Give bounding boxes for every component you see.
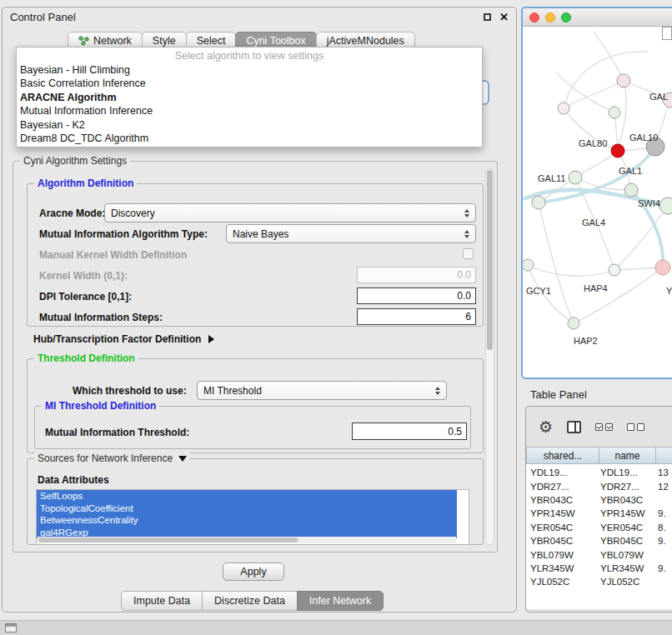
close-traffic-light[interactable]: [529, 12, 539, 22]
cell: YDL19...: [526, 468, 599, 478]
mi-threshold-definition-group: MI Threshold Definition Mutual Informati…: [34, 406, 471, 449]
cell: 13: [655, 468, 672, 478]
dpi-tolerance-field[interactable]: [357, 288, 476, 304]
aracne-mode-label: Aracne Mode:: [39, 208, 105, 219]
table-row[interactable]: YJL052CYJL052C: [526, 575, 672, 588]
zoom-traffic-light[interactable]: [561, 12, 571, 22]
list-horizontal-scrollbar[interactable]: [38, 537, 456, 543]
control-panel-window: Control Panel ✕ Network Style Select Cyn…: [2, 7, 517, 612]
network-node[interactable]: [617, 74, 630, 88]
table-row[interactable]: YDR27...YDR27...12: [526, 479, 672, 492]
tab-discretize-data[interactable]: Discretize Data: [202, 591, 298, 611]
cell: YPR145W: [526, 508, 599, 518]
node-label: GAL1: [619, 166, 642, 176]
list-item[interactable]: BetweennessCentrality: [37, 514, 457, 527]
column-browse-icon[interactable]: [567, 421, 581, 433]
data-attributes-list[interactable]: SelfLoops TopologicalCoefficient Between…: [36, 489, 469, 545]
cell: YBL079W: [526, 550, 599, 560]
network-node[interactable]: [568, 318, 579, 329]
network-node[interactable]: [624, 183, 638, 197]
network-canvas[interactable]: GAL GAL80 GAL10 GAL11 GAL1 SWI4 GAL4 GCY…: [523, 27, 672, 378]
group-title: MI Threshold Definition: [42, 400, 159, 412]
network-node[interactable]: [523, 259, 534, 271]
network-icon: [78, 36, 89, 46]
algorithm-menu-item[interactable]: Bayesian - K2: [17, 118, 482, 132]
network-node[interactable]: [569, 171, 582, 184]
node-label: GAL80: [579, 138, 607, 148]
mi-steps-label: Mutual Information Steps:: [39, 312, 163, 323]
cell: YDL19...: [599, 468, 655, 478]
list-item[interactable]: TopologicalCoefficient: [37, 502, 457, 515]
table-row[interactable]: YBL079WYBL079W: [526, 548, 672, 561]
node-label: HAP2: [574, 336, 598, 346]
cell: 9.: [655, 508, 672, 518]
sources-title: Sources for Network Inference: [38, 452, 173, 464]
manual-kernel-checkbox[interactable]: [463, 248, 474, 259]
apply-button[interactable]: Apply: [223, 562, 284, 581]
close-icon[interactable]: ✕: [499, 12, 509, 22]
mi-type-combobox[interactable]: Naive Bayes: [226, 224, 476, 243]
network-node[interactable]: [532, 196, 545, 209]
table-row[interactable]: YBR043CYBR043C: [526, 493, 672, 507]
algorithm-menu-item[interactable]: Mutual Information Inference: [17, 104, 482, 118]
cell: 8.: [655, 522, 672, 532]
scrollbar-thumb[interactable]: [487, 170, 493, 350]
table-row[interactable]: YLR345WYLR345W9.: [526, 562, 672, 575]
combo-arrows-icon: [431, 387, 444, 395]
table-row[interactable]: YDL19...YDL19...13: [526, 466, 672, 479]
table-row[interactable]: YBR045CYBR045C9.: [526, 534, 672, 548]
network-node[interactable]: [659, 198, 672, 214]
select-all-checks-icon[interactable]: [595, 423, 613, 431]
group-title: Threshold Definition: [34, 352, 138, 364]
float-window-icon[interactable]: [484, 13, 491, 21]
settings-scrollbar[interactable]: [485, 168, 494, 545]
algorithm-menu-item[interactable]: Dream8 DC_TDC Algorithm: [17, 132, 482, 146]
column-header-partial[interactable]: [655, 447, 672, 464]
sources-title-toggle[interactable]: Sources for Network Inference: [34, 452, 190, 464]
kernel-width-label: Kernel Width (0,1):: [39, 270, 128, 282]
collapsed-panel-icon[interactable]: [5, 623, 17, 632]
cell: YPR145W: [599, 508, 655, 518]
algorithm-menu-item[interactable]: Bayesian - Hill Climbing: [17, 63, 482, 78]
mi-steps-field[interactable]: [357, 308, 476, 325]
column-header-shared-name[interactable]: shared...: [526, 447, 599, 464]
table-row[interactable]: YPR145WYPR145W9.: [526, 507, 672, 520]
tab-label: jActiveMNodules: [327, 35, 404, 47]
combo-value: Naive Bayes: [233, 228, 460, 240]
checked-box-icon: [605, 423, 613, 431]
table-header: shared... name: [526, 447, 672, 464]
dpi-tolerance-label: DPI Tolerance [0,1]:: [39, 291, 132, 302]
kernel-width-field[interactable]: [357, 267, 476, 283]
birdseye-toggle[interactable]: [662, 27, 672, 40]
cell: YJL052C: [599, 577, 655, 587]
sources-group: Sources for Network Inference Data Attri…: [27, 458, 484, 545]
mi-threshold-field[interactable]: [352, 422, 467, 440]
column-header-name[interactable]: name: [599, 447, 655, 464]
network-node-pink[interactable]: [655, 260, 670, 275]
tab-infer-network[interactable]: Infer Network: [297, 591, 384, 611]
hub-definition-toggle[interactable]: Hub/Transcription Factor Definition: [33, 333, 214, 345]
aracne-mode-combobox[interactable]: Discovery: [104, 203, 476, 222]
deselect-all-checks-icon[interactable]: [627, 423, 644, 431]
algorithm-menu-item[interactable]: Basic Correlation Inference: [17, 77, 482, 91]
network-window-titlebar[interactable]: [523, 8, 672, 27]
table-panel-window: ⚙ shared... name YDL19...YDL19...13 YDR2…: [525, 406, 672, 612]
network-node[interactable]: [558, 102, 569, 114]
network-node-red[interactable]: [611, 144, 624, 158]
scrollbar-thumb[interactable]: [38, 538, 298, 542]
algorithm-menu-item-selected[interactable]: ARACNE Algorithm: [17, 91, 482, 105]
gear-icon[interactable]: ⚙: [539, 419, 553, 435]
cell: YLR345W: [526, 563, 599, 573]
list-item[interactable]: SelfLoops: [37, 490, 457, 502]
network-node[interactable]: [609, 107, 620, 118]
which-threshold-combobox[interactable]: MI Threshold: [197, 381, 447, 400]
combo-value: MI Threshold: [203, 385, 431, 397]
table-row[interactable]: YER054CYER054C8.: [526, 521, 672, 534]
cell: YDR27...: [599, 482, 655, 492]
control-panel-titlebar[interactable]: Control Panel ✕: [3, 8, 516, 26]
minimize-traffic-light[interactable]: [545, 12, 555, 22]
network-graph[interactable]: GAL GAL80 GAL10 GAL11 GAL1 SWI4 GAL4 GCY…: [523, 27, 672, 378]
tab-impute-data[interactable]: Impute Data: [121, 591, 203, 611]
unchecked-box-icon: [627, 423, 634, 431]
network-node[interactable]: [609, 264, 620, 276]
